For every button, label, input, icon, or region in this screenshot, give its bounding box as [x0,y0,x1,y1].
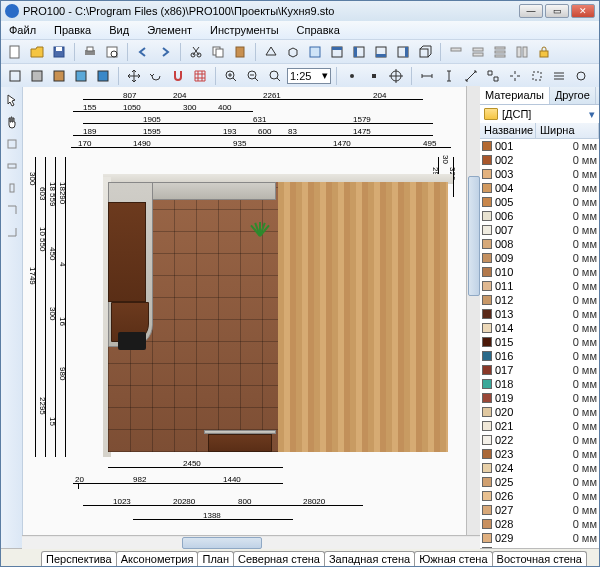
menu-view[interactable]: Вид [105,23,133,37]
folder-row[interactable]: [ДСП] ▾ [480,105,599,123]
viewport[interactable]: 807 204 2261 204 155 1050 300 400 1905 6… [23,87,479,548]
material-row[interactable]: 0200 мм [480,405,599,419]
print-icon[interactable] [80,42,100,62]
vtab-axo[interactable]: Аксонометрия [116,551,199,566]
material-row[interactable]: 0100 мм [480,265,599,279]
material-row[interactable]: 0030 мм [480,167,599,181]
view-axo-icon[interactable] [283,42,303,62]
dim2-icon[interactable] [439,66,459,86]
menu-edit[interactable]: Правка [50,23,95,37]
vtab-perspective[interactable]: Перспектива [41,551,117,566]
materials-list[interactable]: 0010 мм0020 мм0030 мм0040 мм0050 мм0060 … [480,139,599,548]
cooktop[interactable] [118,332,146,350]
dim3-icon[interactable] [461,66,481,86]
view-plan-icon[interactable] [305,42,325,62]
view-e-icon[interactable] [393,42,413,62]
redo-icon[interactable] [155,42,175,62]
lock-icon[interactable] [534,42,554,62]
tab-more[interactable]: ⋮ [596,87,599,104]
scale-dropdown[interactable]: 1:25▾ [287,68,331,84]
zoom-in-icon[interactable] [221,66,241,86]
layer2-icon[interactable] [468,42,488,62]
view-s-icon[interactable] [371,42,391,62]
preview-icon[interactable] [102,42,122,62]
dim1-icon[interactable] [417,66,437,86]
vtab-north[interactable]: Северная стена [233,551,325,566]
menu-tools[interactable]: Инструменты [206,23,283,37]
dim7-icon[interactable] [549,66,569,86]
material-row[interactable]: 0120 мм [480,293,599,307]
vtab-south[interactable]: Южная стена [414,551,492,566]
snap2-icon[interactable] [364,66,384,86]
material-row[interactable]: 0010 мм [480,139,599,153]
vtab-east[interactable]: Восточная стена [492,551,587,566]
material-row[interactable]: 0050 мм [480,195,599,209]
layer3-icon[interactable] [490,42,510,62]
open-icon[interactable] [27,42,47,62]
shape1-icon[interactable] [3,135,21,153]
material-row[interactable]: 0140 мм [480,321,599,335]
hand-icon[interactable] [3,113,21,131]
maximize-button[interactable]: ▭ [545,4,569,18]
tab-other[interactable]: Другое [550,87,596,104]
tab-materials[interactable]: Материалы [480,87,550,104]
material-row[interactable]: 0130 мм [480,307,599,321]
view-3d-icon[interactable] [415,42,435,62]
minimize-button[interactable]: — [519,4,543,18]
copy-icon[interactable] [208,42,228,62]
vertical-scrollbar[interactable] [466,87,480,535]
close-button[interactable]: ✕ [571,4,595,18]
material-row[interactable]: 0230 мм [480,447,599,461]
new-icon[interactable] [5,42,25,62]
dim8-icon[interactable] [571,66,591,86]
menu-element[interactable]: Элемент [143,23,196,37]
wire-icon[interactable] [5,66,25,86]
menu-help[interactable]: Справка [293,23,344,37]
material-row[interactable]: 0250 мм [480,475,599,489]
material-row[interactable]: 0170 мм [480,363,599,377]
col-width[interactable]: Ширна [536,123,599,138]
cut-icon[interactable] [186,42,206,62]
material-row[interactable]: 0280 мм [480,517,599,531]
material-row[interactable]: 0210 мм [480,419,599,433]
material-row[interactable]: 0070 мм [480,223,599,237]
cabinet-1[interactable] [108,202,146,302]
snap1-icon[interactable] [342,66,362,86]
cabinet-bottom[interactable] [208,434,272,452]
view-persp-icon[interactable] [261,42,281,62]
dim6-icon[interactable] [527,66,547,86]
menu-file[interactable]: Файл [5,23,40,37]
material-row[interactable]: 0080 мм [480,237,599,251]
floor-plan[interactable] [108,182,448,482]
material-row[interactable]: 0060 мм [480,209,599,223]
rotate-icon[interactable] [146,66,166,86]
paste-icon[interactable] [230,42,250,62]
material-row[interactable]: 0220 мм [480,433,599,447]
dim4-icon[interactable] [483,66,503,86]
material-row[interactable]: 0160 мм [480,349,599,363]
grid-icon[interactable] [190,66,210,86]
render1-icon[interactable] [71,66,91,86]
center-icon[interactable] [386,66,406,86]
vtab-plan[interactable]: План [197,551,234,566]
horizontal-scrollbar[interactable] [22,535,480,549]
select-icon[interactable] [3,91,21,109]
dim5-icon[interactable] [505,66,525,86]
magnet-icon[interactable] [168,66,188,86]
material-row[interactable]: 0110 мм [480,279,599,293]
material-row[interactable]: 0040 мм [480,181,599,195]
view-n-icon[interactable] [327,42,347,62]
material-row[interactable]: 0240 мм [480,461,599,475]
material-row[interactable]: 0290 мм [480,531,599,545]
save-icon[interactable] [49,42,69,62]
shade-icon[interactable] [27,66,47,86]
undo-icon[interactable] [133,42,153,62]
material-row[interactable]: 0180 мм [480,377,599,391]
col-name[interactable]: Название [480,123,536,138]
material-row[interactable]: 0020 мм [480,153,599,167]
zoom-out-icon[interactable] [243,66,263,86]
view-w-icon[interactable] [349,42,369,62]
dropdown-icon[interactable]: ▾ [589,108,595,121]
shape4-icon[interactable] [3,201,21,219]
layer1-icon[interactable] [446,42,466,62]
